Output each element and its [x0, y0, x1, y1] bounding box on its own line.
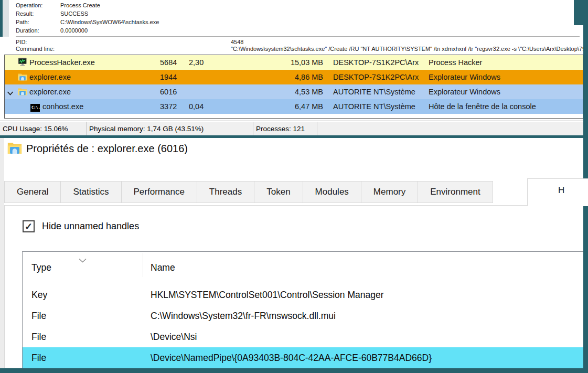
tab-token[interactable]: Token	[254, 181, 303, 203]
field-value: 4548	[231, 39, 243, 46]
process-user: AUTORITE NT\Système	[333, 99, 415, 114]
tab-general[interactable]: General	[4, 181, 61, 203]
tab-threads[interactable]: Threads	[197, 181, 254, 203]
process-cpu: 0,04	[189, 99, 204, 114]
tab-statistics[interactable]: Statistics	[60, 181, 121, 203]
process-name: conhost.exe	[42, 99, 83, 114]
process-user: AUTORITE NT\Système	[333, 84, 415, 99]
process-user: DESKTOP-7S1K2PC\Arx	[333, 70, 419, 84]
status-bar: CPU Usage: 15.06% Physical memory: 1,74 …	[0, 122, 584, 135]
console-window-icon: C:\.	[30, 102, 40, 111]
field-label: PID:	[16, 39, 27, 46]
tab-performance[interactable]: Performance	[121, 181, 197, 203]
process-hacker-icon	[18, 58, 27, 67]
composite-analysis-screenshot: Operation: Process Create Result: SUCCES…	[0, 0, 588, 373]
hide-unnamed-handles-checkbox[interactable]: ✓	[23, 220, 35, 232]
process-list: ProcessHacker.exe 5684 2,30 15,03 MB DES…	[4, 55, 583, 119]
properties-dialog-title: Propriétés de : explorer.exe (6016)	[26, 143, 188, 155]
handle-type-cell: Key	[31, 284, 47, 305]
handle-name-cell: HKLM\SYSTEM\ControlSet001\Control\Sessio…	[151, 284, 384, 305]
field-value: 0.0000000	[60, 27, 88, 34]
processes-count-status: Processes: 121	[253, 122, 317, 135]
column-divider[interactable]	[143, 253, 143, 277]
tab-modules[interactable]: Modules	[303, 181, 361, 203]
process-pid: 5684	[160, 55, 177, 70]
handle-name-cell: \Device\NamedPipe\{0A93403B-804C-42AA-AF…	[151, 347, 432, 368]
properties-tab-bar: General Statistics Performance Threads T…	[4, 181, 584, 205]
process-description: Explorateur Windows	[429, 84, 500, 99]
process-row-explorer-1944[interactable]: explorer.exe 1944 4,86 MB DESKTOP-7S1K2P…	[5, 70, 583, 84]
column-header-name[interactable]: Name	[151, 262, 175, 273]
explorer-folder-icon	[18, 87, 27, 96]
handle-type-cell: File	[31, 347, 46, 368]
dialog-left-gutter	[0, 138, 4, 368]
frame-accent-divider	[0, 135, 588, 138]
process-description: Explorateur Windows	[429, 70, 500, 84]
process-row-conhost[interactable]: C:\. conhost.exe 3372 0,04 6,47 MB AUTOR…	[5, 99, 583, 114]
process-name: explorer.exe	[29, 84, 71, 99]
process-row-explorer-6016[interactable]: explorer.exe 6016 4,53 MB AUTORITE NT\Sy…	[5, 84, 583, 99]
explorer-folder-icon	[18, 72, 27, 81]
field-value: C:\Windows\SysWOW64\schtasks.exe	[60, 19, 159, 26]
handles-table: Type Name Key HKLM\SYSTEM\ControlSet001\…	[22, 251, 584, 369]
field-label: Result:	[16, 10, 34, 17]
process-cpu: 2,30	[189, 55, 204, 70]
process-name: ProcessHacker.exe	[29, 55, 95, 70]
command-line-value: "C:\Windows\system32\schtasks.exe" /Crea…	[231, 46, 583, 52]
process-pid: 3372	[160, 99, 177, 114]
explorer-folder-icon	[7, 142, 22, 156]
handle-row-selected[interactable]: File \Device\NamedPipe\{0A93403B-804C-42…	[23, 347, 584, 368]
process-user: DESKTOP-7S1K2PC\Arx	[333, 55, 419, 70]
handles-tab-panel: ✓ Hide unnamed handles Type Name Key HKL…	[4, 205, 584, 368]
field-label: Path:	[16, 19, 29, 26]
process-description: Hôte de la fenêtre de la console	[429, 99, 536, 114]
tree-expand-chevron-icon[interactable]	[6, 89, 14, 98]
handle-row[interactable]: Key HKLM\SYSTEM\ControlSet001\Control\Se…	[23, 284, 584, 305]
handle-name-cell: C:\Windows\System32\fr-FR\mswsock.dll.mu…	[151, 305, 336, 326]
separator-line	[16, 36, 580, 37]
process-description: Process Hacker	[429, 55, 482, 70]
handles-table-header: Type Name	[23, 252, 584, 284]
field-value: SUCCESS	[60, 10, 88, 17]
field-label: Duration:	[16, 27, 39, 34]
process-memory: 4,86 MB	[230, 70, 323, 84]
left-gutter	[3, 0, 9, 37]
process-name: explorer.exe	[29, 70, 71, 84]
handle-type-cell: File	[31, 305, 46, 326]
process-pid: 1944	[160, 70, 177, 84]
process-memory: 6,47 MB	[230, 99, 323, 114]
process-pid: 6016	[160, 84, 177, 99]
field-label: Command line:	[16, 46, 55, 52]
sort-chevron-icon	[78, 254, 87, 265]
tab-handles[interactable]: H	[527, 178, 588, 206]
tab-environment[interactable]: Environment	[418, 181, 493, 203]
window-border-line	[0, 121, 584, 121]
physical-memory-status: Physical memory: 1,74 GB (43.51%)	[87, 122, 253, 135]
handle-row[interactable]: File C:\Windows\System32\fr-FR\mswsock.d…	[23, 305, 584, 326]
handle-type-cell: File	[31, 326, 46, 347]
checkbox-label[interactable]: Hide unnamed handles	[42, 221, 139, 232]
tab-memory[interactable]: Memory	[361, 181, 418, 203]
process-memory: 15,03 MB	[230, 55, 323, 70]
field-label: Operation:	[16, 2, 42, 9]
process-memory: 4,53 MB	[230, 84, 323, 99]
column-header-type[interactable]: Type	[31, 262, 51, 273]
checkmark-icon: ✓	[25, 221, 33, 232]
cpu-usage-status: CPU Usage: 15.06%	[0, 122, 87, 135]
handle-row[interactable]: File \Device\Nsi	[23, 326, 584, 347]
handle-name-cell: \Device\Nsi	[151, 326, 197, 347]
frame-accent-bottom	[0, 368, 588, 373]
field-value: Process Create	[60, 2, 100, 9]
process-row-processhacker[interactable]: ProcessHacker.exe 5684 2,30 15,03 MB DES…	[5, 55, 583, 70]
